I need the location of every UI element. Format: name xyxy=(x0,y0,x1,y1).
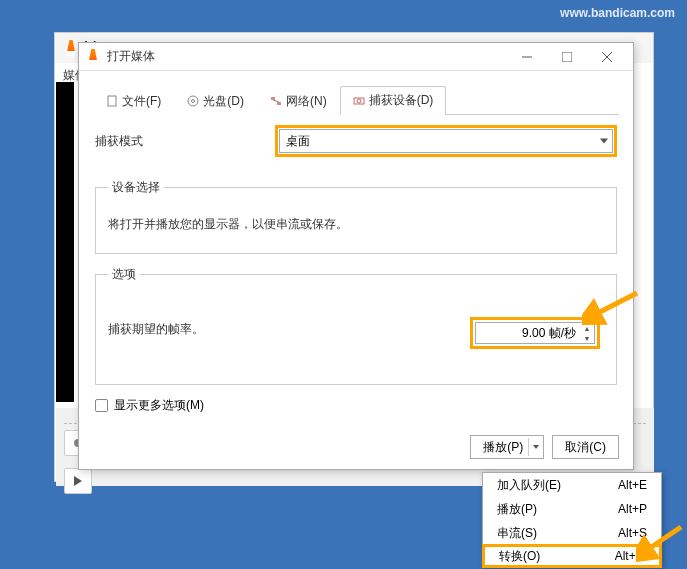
tab-capture[interactable]: 捕获设备(D) xyxy=(340,86,447,115)
options-group: 选项 捕获期望的帧率。 9.00 帧/秒 ▲ ▼ xyxy=(95,266,617,385)
arrow-annotation-2 xyxy=(636,522,686,562)
menu-play[interactable]: 播放(P) Alt+P xyxy=(483,497,661,521)
dialog-footer: 播放(P) 取消(C) xyxy=(470,435,619,459)
arrow-annotation-1 xyxy=(582,288,642,328)
play-dropdown-menu: 加入队列(E) Alt+E 播放(P) Alt+P 串流(S) Alt+S 转换… xyxy=(482,472,662,568)
svg-rect-9 xyxy=(271,97,275,100)
device-description: 将打开并播放您的显示器，以便串流或保存。 xyxy=(108,216,604,233)
menu-enqueue[interactable]: 加入队列(E) Alt+E xyxy=(483,473,661,497)
svg-line-15 xyxy=(592,293,637,316)
file-icon xyxy=(106,95,118,107)
svg-point-8 xyxy=(192,100,195,103)
capture-mode-label: 捕获模式 xyxy=(95,133,275,150)
video-area-left xyxy=(56,82,74,402)
tab-file-label: 文件(F) xyxy=(122,93,161,110)
menu-enqueue-label: 加入队列(E) xyxy=(497,477,561,494)
menu-stream[interactable]: 串流(S) Alt+S xyxy=(483,521,661,545)
minimize-button[interactable] xyxy=(507,45,547,69)
svg-rect-10 xyxy=(277,102,281,105)
tab-file[interactable]: 文件(F) xyxy=(93,86,174,115)
device-selection-legend: 设备选择 xyxy=(108,179,164,196)
vlc-cone-icon xyxy=(85,49,101,65)
svg-line-11 xyxy=(273,100,279,102)
spin-down-icon[interactable]: ▼ xyxy=(580,333,594,343)
tab-disc[interactable]: 光盘(D) xyxy=(174,86,257,115)
play-button-label: 播放(P) xyxy=(483,439,523,456)
svg-rect-3 xyxy=(562,52,572,62)
menu-convert-label: 转换(O) xyxy=(499,548,540,565)
tabs-bar: 文件(F) 光盘(D) 网络(N) 捕获设备(D) xyxy=(93,85,619,115)
svg-rect-6 xyxy=(108,96,116,106)
dialog-titlebar: 打开媒体 xyxy=(79,43,633,71)
play-split-button[interactable]: 播放(P) xyxy=(470,435,544,459)
tab-network[interactable]: 网络(N) xyxy=(257,86,340,115)
chevron-down-icon[interactable] xyxy=(533,445,539,449)
capture-mode-select[interactable]: 桌面 xyxy=(279,129,613,153)
network-icon xyxy=(270,95,282,107)
more-options-checkbox[interactable] xyxy=(95,399,108,412)
menu-play-shortcut: Alt+P xyxy=(618,502,647,516)
cancel-button[interactable]: 取消(C) xyxy=(552,435,619,459)
fps-spinbox[interactable]: 9.00 帧/秒 ▲ ▼ xyxy=(475,322,595,344)
options-legend: 选项 xyxy=(108,266,140,283)
dialog-title: 打开媒体 xyxy=(107,48,507,65)
tab-disc-label: 光盘(D) xyxy=(203,93,244,110)
menu-stream-label: 串流(S) xyxy=(497,525,537,542)
more-options-row[interactable]: 显示更多选项(M) xyxy=(95,397,617,414)
svg-point-7 xyxy=(188,96,198,106)
capture-icon xyxy=(353,95,365,107)
menu-play-label: 播放(P) xyxy=(497,501,537,518)
vlc-cone-icon xyxy=(63,40,79,56)
open-media-dialog: 打开媒体 文件(F) 光盘(D) 网络(N) 捕获设备(D) 捕 xyxy=(78,42,634,470)
play-button[interactable] xyxy=(64,468,92,494)
menu-convert[interactable]: 转换(O) Alt+O xyxy=(482,544,662,568)
chevron-down-icon xyxy=(600,139,608,144)
svg-line-17 xyxy=(644,527,681,552)
capture-mode-value: 桌面 xyxy=(286,133,310,150)
watermark-text: www.bandicam.com xyxy=(560,6,675,20)
cancel-button-label: 取消(C) xyxy=(565,439,606,456)
maximize-button[interactable] xyxy=(547,45,587,69)
close-button[interactable] xyxy=(587,45,627,69)
fps-value: 9.00 帧/秒 xyxy=(522,325,576,342)
device-selection-group: 设备选择 将打开并播放您的显示器，以便串流或保存。 xyxy=(95,179,617,254)
svg-marker-1 xyxy=(74,476,82,486)
disc-icon xyxy=(187,95,199,107)
tab-network-label: 网络(N) xyxy=(286,93,327,110)
svg-point-13 xyxy=(357,99,361,103)
capture-mode-row: 捕获模式 桌面 xyxy=(95,125,617,157)
tab-capture-label: 捕获设备(D) xyxy=(369,92,434,109)
more-options-label: 显示更多选项(M) xyxy=(114,397,204,414)
menu-enqueue-shortcut: Alt+E xyxy=(618,478,647,492)
